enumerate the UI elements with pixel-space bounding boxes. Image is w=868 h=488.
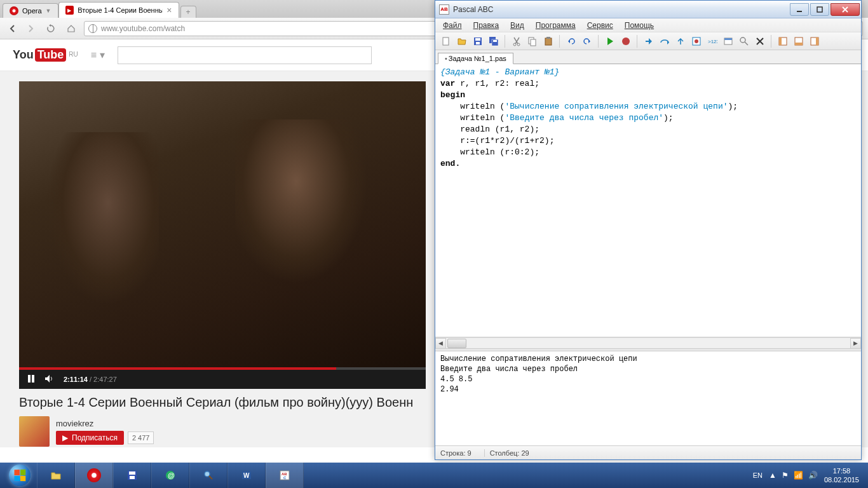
menu-view[interactable]: Вид (505, 20, 529, 31)
menu-help[interactable]: Помощь (620, 20, 659, 31)
system-tray: EN ▲ ⚑ 📶 🔊 17:58 08.02.2015 (747, 466, 865, 484)
clear-icon[interactable] (753, 34, 767, 48)
svg-rect-27 (795, 43, 803, 45)
scroll-left-icon[interactable]: ◀ (435, 338, 446, 349)
forward-button[interactable] (23, 21, 38, 36)
menu-service[interactable]: Сервис (582, 20, 618, 31)
opera-label: Opera (22, 7, 42, 15)
breakpoint-icon[interactable] (689, 34, 703, 48)
back-button[interactable] (5, 21, 20, 36)
maximize-button[interactable] (810, 3, 829, 16)
watch-icon[interactable]: >123 (705, 34, 719, 48)
svg-text:>123: >123 (708, 39, 717, 44)
file-tab[interactable]: •Задача №1_1.pas (438, 53, 513, 64)
save-all-icon[interactable] (487, 34, 501, 48)
svg-point-19 (695, 39, 698, 43)
tray-lang[interactable]: EN (753, 471, 763, 479)
menu-program[interactable]: Программа (531, 20, 581, 31)
youtube-play-icon: ▶ (62, 433, 68, 442)
panel3-icon[interactable] (808, 34, 822, 48)
channel-avatar[interactable] (19, 416, 50, 447)
video-progress[interactable] (19, 367, 426, 370)
tray-volume-icon[interactable]: 🔊 (808, 471, 818, 480)
volume-button[interactable] (44, 374, 55, 385)
code-editor[interactable]: {Задача №1 - Вариант №1} var r, r1, r2: … (435, 64, 861, 337)
tray-flag-icon[interactable]: ▲ (769, 471, 776, 480)
video-player[interactable]: 2:11:14 / 2:47:27 (19, 81, 426, 386)
pause-button[interactable] (27, 374, 36, 385)
step-over-icon[interactable] (658, 34, 672, 48)
start-button[interactable] (3, 463, 37, 488)
pascal-title: Pascal ABC (453, 5, 790, 14)
redo-icon[interactable] (580, 34, 594, 48)
logo-tube: Tube (35, 48, 67, 62)
paste-icon[interactable] (541, 34, 555, 48)
svg-rect-15 (545, 38, 552, 45)
taskbar-pascal[interactable]: ABC (266, 463, 304, 488)
taskbar-opera[interactable] (75, 463, 113, 488)
editor-h-scrollbar[interactable]: ◀ ▶ (435, 337, 861, 348)
save-icon[interactable] (471, 34, 485, 48)
undo-icon[interactable] (564, 34, 578, 48)
search-input[interactable] (118, 46, 372, 64)
step-out-icon[interactable] (674, 34, 688, 48)
logo-you: You (13, 48, 34, 62)
new-tab-button[interactable]: + (180, 6, 196, 18)
cut-icon[interactable] (510, 34, 524, 48)
file-tab-label: Задача №1_1.pas (449, 55, 506, 62)
panel2-icon[interactable] (792, 34, 806, 48)
window-icon[interactable] (721, 34, 735, 48)
pascal-window: AB Pascal ABC Файл Правка Вид Программа … (435, 0, 862, 460)
open-file-icon[interactable] (455, 34, 469, 48)
tray-date: 08.02.2015 (824, 475, 859, 484)
svg-rect-22 (724, 38, 732, 40)
current-time: 2:11:14 (64, 376, 88, 383)
status-col: Столбец: 29 (484, 449, 529, 457)
svg-text:@: @ (168, 471, 175, 479)
taskbar-magnifier[interactable] (189, 463, 227, 488)
output-panel[interactable]: Вычисление сопративления электрической ц… (435, 351, 861, 445)
opera-menu-tab[interactable]: Opera ▼ (3, 3, 58, 18)
guide-button[interactable]: ≡ ▾ (91, 49, 105, 61)
taskbar-mail[interactable]: @ (151, 463, 189, 488)
scroll-right-icon[interactable]: ▶ (850, 338, 861, 349)
youtube-logo[interactable]: You Tube RU (13, 48, 78, 62)
pascal-titlebar[interactable]: AB Pascal ABC (435, 1, 861, 18)
subscribe-button[interactable]: ▶ Подписаться (56, 431, 124, 445)
pascal-file-tabs: •Задача №1_1.pas (435, 50, 861, 64)
channel-name[interactable]: moviekrez (56, 419, 154, 428)
scroll-thumb[interactable] (447, 339, 466, 348)
reload-button[interactable] (43, 21, 58, 36)
tab-title: Вторые 1-4 Серии Военны (78, 6, 163, 14)
pascal-app-icon: AB (439, 4, 449, 15)
video-content-shape (32, 132, 159, 367)
video-time: 2:11:14 / 2:47:27 (64, 376, 117, 383)
browser-tab-active[interactable]: ▶ Вторые 1-4 Серии Военны × (58, 2, 179, 18)
code-comment: {Задача №1 - Вариант №1} (440, 67, 559, 77)
panel1-icon[interactable] (776, 34, 790, 48)
video-frame[interactable] (19, 81, 426, 367)
tray-network-icon[interactable]: 📶 (794, 471, 803, 480)
tray-action-center-icon[interactable]: ⚑ (782, 471, 789, 480)
taskbar-save-app[interactable] (113, 463, 151, 488)
stop-icon[interactable] (619, 34, 633, 48)
copy-icon[interactable] (526, 34, 539, 48)
minimize-button[interactable] (790, 3, 809, 16)
svg-point-35 (205, 471, 210, 477)
run-icon[interactable] (603, 34, 617, 48)
svg-rect-14 (531, 39, 536, 46)
tab-close-icon[interactable]: × (166, 5, 172, 15)
status-line: Строка: 9 (440, 449, 471, 457)
tray-time: 17:58 (824, 466, 859, 475)
taskbar-word[interactable]: W (227, 463, 266, 488)
find-icon[interactable] (737, 34, 751, 48)
home-button[interactable] (64, 21, 79, 36)
tray-clock[interactable]: 17:58 08.02.2015 (824, 466, 859, 484)
menu-edit[interactable]: Правка (468, 20, 505, 31)
new-file-icon[interactable] (439, 34, 453, 48)
logo-region: RU (69, 51, 78, 58)
close-button[interactable] (831, 3, 860, 16)
menu-file[interactable]: Файл (438, 20, 467, 31)
step-into-icon[interactable] (642, 34, 656, 48)
taskbar-explorer[interactable] (37, 463, 75, 488)
